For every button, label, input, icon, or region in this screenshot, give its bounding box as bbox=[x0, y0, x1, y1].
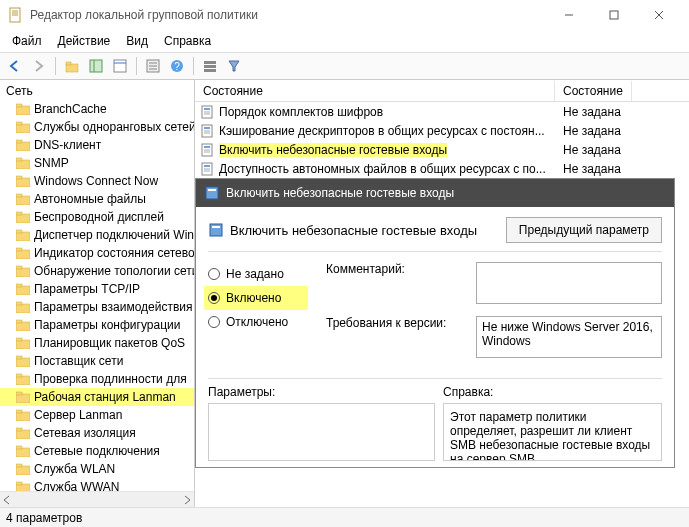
tree-root[interactable]: Сеть bbox=[0, 82, 194, 100]
tree-item[interactable]: Служба WLAN bbox=[0, 460, 194, 478]
svg-rect-30 bbox=[16, 158, 22, 161]
tree-item[interactable]: DNS-клиент bbox=[0, 136, 194, 154]
comment-field[interactable] bbox=[476, 262, 662, 304]
tree-item-label: Беспроводной дисплей bbox=[34, 210, 164, 224]
list-row-state: Не задана bbox=[555, 105, 621, 119]
show-hide-tree-button[interactable] bbox=[85, 55, 107, 77]
svg-rect-64 bbox=[16, 464, 22, 467]
comment-label: Комментарий: bbox=[326, 262, 476, 276]
radio-disabled[interactable]: Отключено bbox=[208, 310, 308, 334]
refresh-button[interactable] bbox=[142, 55, 164, 77]
svg-rect-43 bbox=[16, 286, 30, 295]
svg-rect-22 bbox=[204, 69, 216, 72]
tree-item-label: DNS-клиент bbox=[34, 138, 101, 152]
tree-item-label: Проверка подлинности для bbox=[34, 372, 187, 386]
list-row-label: Порядок комплектов шифров bbox=[219, 105, 383, 119]
forward-button[interactable] bbox=[28, 55, 50, 77]
list-row[interactable]: Кэширование дескрипторов в общих ресурса… bbox=[195, 121, 689, 140]
tree-item[interactable]: Параметры TCP/IP bbox=[0, 280, 194, 298]
svg-rect-27 bbox=[16, 142, 30, 151]
tree-item[interactable]: Индикатор состояния сетевого подключения bbox=[0, 244, 194, 262]
properties-button[interactable] bbox=[109, 55, 131, 77]
radio-enabled[interactable]: Включено bbox=[204, 286, 308, 310]
tree-item-label: Служба WLAN bbox=[34, 462, 115, 476]
policy-heading-icon bbox=[208, 222, 224, 238]
list-view-button[interactable] bbox=[199, 55, 221, 77]
menu-help[interactable]: Справка bbox=[156, 32, 219, 50]
filter-button[interactable] bbox=[223, 55, 245, 77]
svg-rect-76 bbox=[204, 146, 210, 148]
up-button[interactable] bbox=[61, 55, 83, 77]
menu-view[interactable]: Вид bbox=[118, 32, 156, 50]
svg-rect-9 bbox=[66, 62, 71, 65]
tree-item[interactable]: BranchCache bbox=[0, 100, 194, 118]
svg-rect-42 bbox=[16, 266, 22, 269]
tree-item-label: Параметры TCP/IP bbox=[34, 282, 140, 296]
radio-not-configured[interactable]: Не задано bbox=[208, 262, 308, 286]
navigation-tree[interactable]: Сеть BranchCacheСлужбы одноранговых сете… bbox=[0, 80, 195, 507]
svg-rect-5 bbox=[610, 11, 618, 19]
help-button[interactable]: ? bbox=[166, 55, 188, 77]
column-header-state[interactable]: Состояние bbox=[555, 81, 632, 101]
tree-item[interactable]: Параметры конфигурации bbox=[0, 316, 194, 334]
svg-rect-80 bbox=[204, 165, 210, 167]
svg-rect-36 bbox=[16, 212, 22, 215]
tree-item[interactable]: Обнаружение топологии сети bbox=[0, 262, 194, 280]
tree-item[interactable]: Диспетчер подключений Windows bbox=[0, 226, 194, 244]
list-row[interactable]: Доступность автономных файлов в общих ре… bbox=[195, 159, 689, 178]
svg-rect-31 bbox=[16, 178, 30, 187]
svg-rect-24 bbox=[16, 104, 22, 107]
tree-item-label: Рабочая станция Lanman bbox=[34, 390, 176, 404]
svg-rect-53 bbox=[16, 376, 30, 385]
back-button[interactable] bbox=[4, 55, 26, 77]
tree-item-label: Поставщик сети bbox=[34, 354, 123, 368]
maximize-button[interactable] bbox=[591, 1, 636, 29]
titlebar: Редактор локальной групповой политики bbox=[0, 0, 689, 30]
svg-rect-59 bbox=[16, 430, 30, 439]
tree-item[interactable]: Поставщик сети bbox=[0, 352, 194, 370]
tree-item-label: Обнаружение топологии сети bbox=[34, 264, 194, 278]
tree-item[interactable]: Рабочая станция Lanman bbox=[0, 388, 194, 406]
tree-item[interactable]: Службы одноранговых сетей bbox=[0, 118, 194, 136]
list-row-state: Не задана bbox=[555, 143, 621, 157]
tree-item[interactable]: Windows Connect Now bbox=[0, 172, 194, 190]
svg-rect-48 bbox=[16, 320, 22, 323]
tree-item-label: Индикатор состояния сетевого подключения bbox=[34, 246, 194, 260]
list-row[interactable]: Порядок комплектов шифровНе задана bbox=[195, 102, 689, 121]
tree-item[interactable]: Проверка подлинности для bbox=[0, 370, 194, 388]
svg-rect-83 bbox=[206, 187, 218, 199]
list-row-label: Кэширование дескрипторов в общих ресурса… bbox=[219, 124, 545, 138]
svg-rect-44 bbox=[16, 284, 22, 287]
menu-file[interactable]: Файл bbox=[4, 32, 50, 50]
svg-rect-21 bbox=[204, 65, 216, 68]
svg-rect-45 bbox=[16, 304, 30, 313]
svg-rect-50 bbox=[16, 338, 22, 341]
dialog-titlebar[interactable]: Включить небезопасные гостевые входы bbox=[196, 179, 674, 207]
status-text: 4 параметров bbox=[6, 511, 82, 525]
tree-item[interactable]: Сервер Lanman bbox=[0, 406, 194, 424]
parameters-box[interactable] bbox=[208, 403, 435, 461]
svg-rect-38 bbox=[16, 230, 22, 233]
tree-item[interactable]: Беспроводной дисплей bbox=[0, 208, 194, 226]
close-button[interactable] bbox=[636, 1, 681, 29]
svg-rect-57 bbox=[16, 412, 30, 421]
svg-rect-56 bbox=[16, 392, 22, 395]
list-row[interactable]: Включить небезопасные гостевые входыНе з… bbox=[195, 140, 689, 159]
minimize-button[interactable] bbox=[546, 1, 591, 29]
column-header-name[interactable]: Состояние bbox=[195, 81, 555, 101]
tree-item[interactable]: Сетевые подключения bbox=[0, 442, 194, 460]
tree-item[interactable]: Сетевая изоляция bbox=[0, 424, 194, 442]
policy-dialog: Включить небезопасные гостевые входы Вкл… bbox=[195, 178, 675, 468]
tree-item-label: Сетевые подключения bbox=[34, 444, 160, 458]
dialog-title: Включить небезопасные гостевые входы bbox=[226, 186, 454, 200]
tree-item[interactable]: SNMP bbox=[0, 154, 194, 172]
previous-setting-button[interactable]: Предыдущий параметр bbox=[506, 217, 662, 243]
tree-item[interactable]: Параметры взаимодействия bbox=[0, 298, 194, 316]
tree-item[interactable]: Автономные файлы bbox=[0, 190, 194, 208]
menu-action[interactable]: Действие bbox=[50, 32, 119, 50]
requirements-label: Требования к версии: bbox=[326, 316, 476, 330]
tree-item[interactable]: Планировщик пакетов QoS bbox=[0, 334, 194, 352]
tree-horizontal-scrollbar[interactable] bbox=[0, 491, 194, 507]
svg-rect-63 bbox=[16, 466, 30, 475]
tree-item-label: BranchCache bbox=[34, 102, 107, 116]
